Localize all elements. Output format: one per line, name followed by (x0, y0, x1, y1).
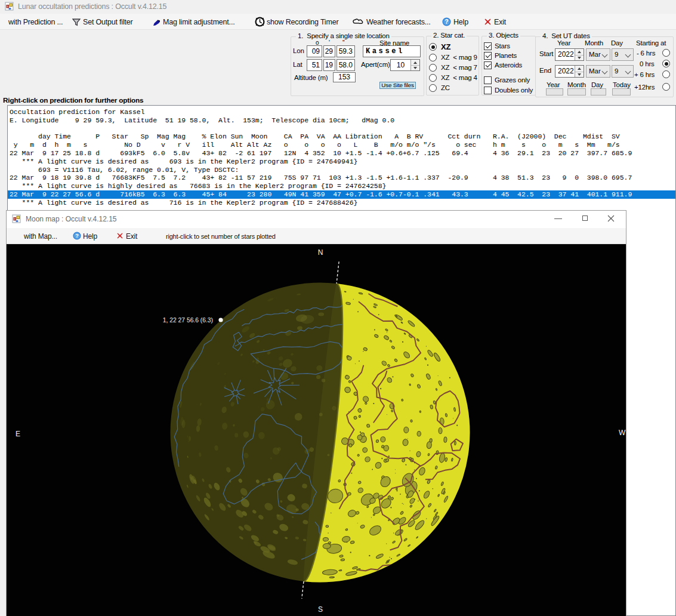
svg-text:N: N (318, 248, 323, 257)
svg-text:W: W (619, 429, 626, 437)
svg-text:?: ? (75, 233, 79, 239)
svg-text:1, 22 27 56.6 (6.3): 1, 22 27 56.6 (6.3) (163, 317, 213, 324)
svg-text:S: S (318, 605, 323, 614)
svg-text:E: E (16, 430, 20, 438)
svg-text:?: ? (445, 19, 448, 25)
